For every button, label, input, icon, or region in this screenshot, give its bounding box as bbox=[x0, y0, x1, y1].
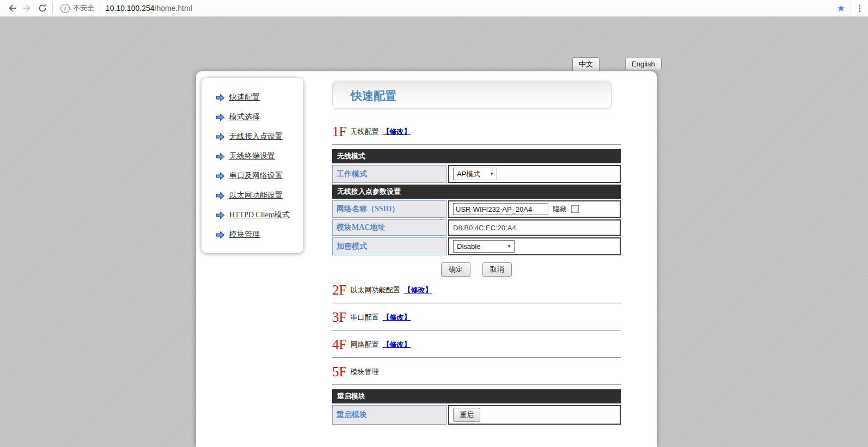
table-row-mac: 模块MAC地址 D8:B0:4C:EC:20:A4 bbox=[332, 219, 621, 236]
arrow-right-icon bbox=[216, 113, 225, 121]
table-header-reboot: 重启模块 bbox=[332, 389, 621, 403]
row-label: 工作模式 bbox=[332, 165, 447, 183]
reboot-table: 重启模块 重启模块 重启 bbox=[332, 389, 621, 425]
row-label: 加密模式 bbox=[332, 237, 447, 255]
back-icon[interactable] bbox=[4, 1, 20, 16]
row-value-cell: Disable ▼ bbox=[448, 237, 621, 255]
sidebar-link[interactable]: 模块管理 bbox=[229, 230, 260, 240]
section-label: 以太网功能配置 bbox=[350, 285, 400, 295]
section-divider bbox=[332, 357, 621, 358]
sidebar-link[interactable]: 串口及网络设置 bbox=[229, 171, 283, 181]
row-value-cell: AP模式 ▼ bbox=[448, 165, 621, 183]
modify-link-wireless[interactable]: 【修改】 bbox=[382, 127, 411, 137]
row-value-cell: D8:B0:4C:EC:20:A4 bbox=[448, 219, 621, 236]
reboot-button[interactable]: 重启 bbox=[453, 408, 480, 422]
modify-link-network[interactable]: 【修改】 bbox=[382, 340, 411, 350]
url-host: 10.10.100.254 bbox=[106, 4, 155, 13]
sidebar-item-ethernet[interactable]: 以太网功能设置 bbox=[201, 186, 303, 205]
page-title: 快速配置 bbox=[333, 81, 611, 103]
work-mode-selected-value: AP模式 bbox=[457, 169, 480, 179]
sidebar-item-quick-config[interactable]: 快速配置 bbox=[201, 88, 303, 107]
browser-menu-icon[interactable] bbox=[851, 5, 868, 12]
table-header-ap-params: 无线接入点参数设置 bbox=[332, 185, 621, 199]
floor-label: 3F bbox=[332, 310, 346, 324]
modify-link-uart[interactable]: 【修改】 bbox=[382, 313, 411, 322]
table-row-encryption: 加密模式 Disable ▼ bbox=[332, 237, 621, 255]
reload-icon[interactable] bbox=[35, 1, 50, 16]
arrow-right-icon bbox=[216, 172, 225, 180]
floor-label: 5F bbox=[332, 365, 346, 379]
table-header-wireless-mode: 无线模式 bbox=[332, 149, 621, 163]
sidebar-nav: 快速配置 模式选择 无线接入点设置 无线终端设置 串口及网络设置 以太网功能设置… bbox=[201, 78, 303, 253]
section-4f-heading: 4F 网络配置 【修改】 bbox=[332, 338, 621, 352]
sidebar-link[interactable]: 快速配置 bbox=[229, 93, 260, 102]
row-value-cell: 重启 bbox=[448, 405, 621, 425]
sidebar-item-ap-settings[interactable]: 无线接入点设置 bbox=[201, 127, 303, 146]
sidebar-item-uart-network[interactable]: 串口及网络设置 bbox=[201, 166, 303, 186]
ok-button[interactable]: 确定 bbox=[441, 262, 470, 277]
section-1f-heading: 1F 无线配置 【修改】 bbox=[332, 125, 621, 139]
sidebar-link[interactable]: 无线接入点设置 bbox=[229, 132, 283, 142]
section-divider bbox=[332, 330, 621, 331]
encryption-selected-value: Disable bbox=[457, 242, 480, 250]
dropdown-arrow-icon: ▼ bbox=[490, 172, 494, 176]
arrow-right-icon bbox=[216, 94, 225, 102]
sidebar-item-mode-select[interactable]: 模式选择 bbox=[201, 107, 303, 127]
floor-label: 1F bbox=[332, 125, 346, 139]
modify-link-ethernet[interactable]: 【修改】 bbox=[404, 285, 432, 295]
wireless-config-table: 无线模式 工作模式 AP模式 ▼ 无线接入点参数设置 网络名称（SSID） 隐藏 bbox=[332, 149, 621, 255]
section-divider bbox=[332, 144, 621, 145]
sidebar-item-httpd-client[interactable]: HTTPD Client模式 bbox=[201, 205, 303, 225]
arrow-right-icon bbox=[216, 152, 225, 161]
section-2f-heading: 2F 以太网功能配置 【修改】 bbox=[332, 283, 621, 297]
row-label: 模块MAC地址 bbox=[332, 219, 447, 236]
address-bar[interactable]: 10.10.100.254/home.html bbox=[106, 4, 192, 13]
section-label: 串口配置 bbox=[350, 313, 378, 322]
sidebar-link[interactable]: 无线终端设置 bbox=[229, 151, 275, 161]
section-label: 模块管理 bbox=[350, 367, 378, 377]
url-divider bbox=[100, 4, 100, 13]
ssid-input[interactable] bbox=[453, 203, 548, 215]
row-label: 网络名称（SSID） bbox=[332, 200, 447, 218]
security-label[interactable]: 不安全 bbox=[73, 3, 94, 13]
cancel-button[interactable]: 取消 bbox=[482, 262, 512, 277]
mac-address-value: D8:B0:4C:EC:20:A4 bbox=[453, 224, 516, 232]
section-5f-heading: 5F 模块管理 bbox=[332, 365, 621, 379]
work-mode-select[interactable]: AP模式 ▼ bbox=[453, 168, 497, 180]
forward-icon[interactable] bbox=[20, 1, 35, 16]
arrow-right-icon bbox=[216, 211, 225, 219]
sidebar-link[interactable]: 模式选择 bbox=[229, 112, 260, 122]
floor-label: 2F bbox=[332, 283, 346, 297]
main-content: 快速配置 1F 无线配置 【修改】 无线模式 工作模式 AP模式 ▼ 无线接入点… bbox=[332, 81, 621, 425]
page-title-banner: 快速配置 bbox=[332, 81, 612, 109]
sidebar-link[interactable]: HTTPD Client模式 bbox=[229, 210, 290, 220]
language-chinese-button[interactable]: 中文 bbox=[572, 57, 600, 71]
browser-toolbar: i 不安全 10.10.100.254/home.html ★ bbox=[0, 0, 868, 17]
floor-label: 4F bbox=[332, 338, 346, 352]
table-row-ssid: 网络名称（SSID） 隐藏 bbox=[332, 200, 621, 218]
info-icon[interactable]: i bbox=[60, 4, 70, 13]
section-label: 无线配置 bbox=[350, 127, 378, 137]
row-label: 重启模块 bbox=[332, 405, 447, 425]
arrow-right-icon bbox=[216, 231, 225, 239]
language-english-button[interactable]: English bbox=[625, 58, 662, 70]
table-row-reboot: 重启模块 重启 bbox=[332, 405, 621, 425]
sidebar-link[interactable]: 以太网功能设置 bbox=[229, 191, 283, 200]
table-row-work-mode: 工作模式 AP模式 ▼ bbox=[332, 165, 621, 183]
row-value-cell: 隐藏 bbox=[448, 200, 621, 218]
arrow-right-icon bbox=[216, 133, 225, 141]
ssid-hidden-checkbox[interactable] bbox=[571, 205, 579, 213]
section-label: 网络配置 bbox=[350, 340, 378, 350]
bookmark-star-icon[interactable]: ★ bbox=[832, 3, 851, 14]
sidebar-item-sta-settings[interactable]: 无线终端设置 bbox=[201, 146, 303, 166]
section-divider bbox=[332, 303, 621, 304]
ssid-hidden-label: 隐藏 bbox=[553, 204, 567, 214]
sidebar-item-module-admin[interactable]: 模块管理 bbox=[201, 225, 303, 244]
encryption-select[interactable]: Disable ▼ bbox=[453, 240, 515, 253]
content-panel: 快速配置 模式选择 无线接入点设置 无线终端设置 串口及网络设置 以太网功能设置… bbox=[196, 71, 657, 447]
section-3f-heading: 3F 串口配置 【修改】 bbox=[332, 310, 621, 324]
arrow-right-icon bbox=[216, 192, 225, 200]
omnibox-divider bbox=[52, 2, 53, 14]
form-buttons-row: 确定 取消 bbox=[332, 262, 621, 277]
dropdown-arrow-icon: ▼ bbox=[507, 244, 511, 249]
